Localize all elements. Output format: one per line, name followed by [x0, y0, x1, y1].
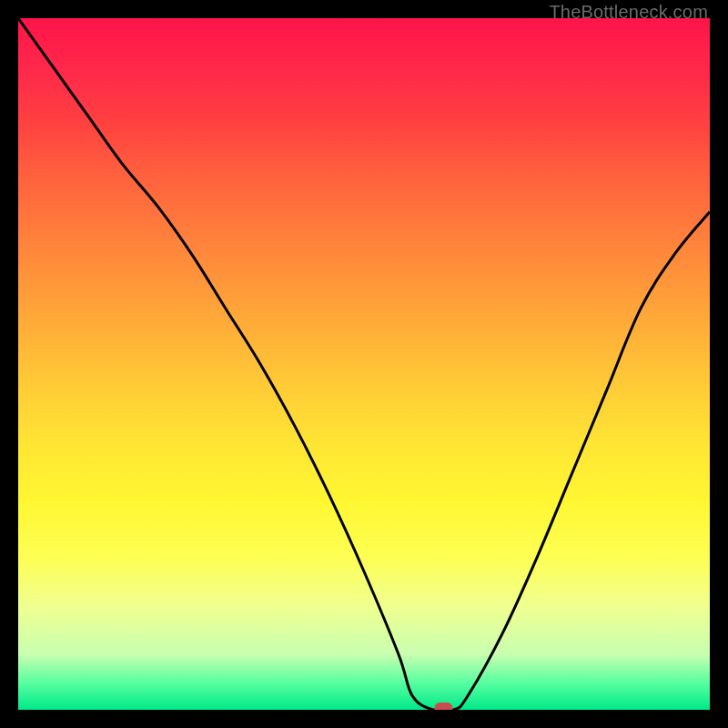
chart-container: TheBottleneck.com [0, 0, 728, 728]
plot-svg [18, 18, 710, 710]
curve-path [18, 18, 710, 710]
plot-area [18, 18, 710, 710]
min-marker [434, 703, 452, 710]
